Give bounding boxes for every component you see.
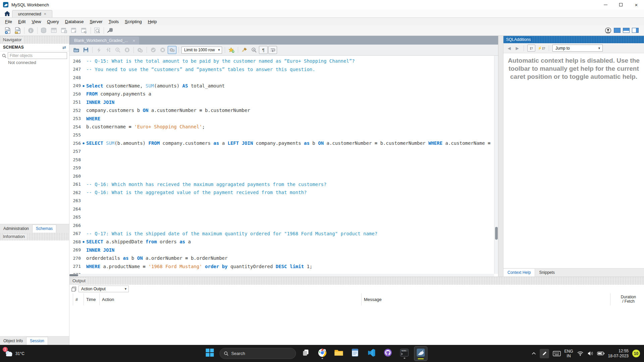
create-table-button[interactable] — [49, 26, 59, 35]
code-line-272[interactable]: 272 — [69, 270, 494, 274]
code-line-255[interactable]: 255 — [69, 131, 494, 139]
toggle-left-panel-button[interactable] — [614, 28, 621, 33]
commit-icon[interactable] — [149, 46, 158, 54]
maximize-button[interactable] — [613, 0, 629, 9]
execute-current-statement-icon[interactable] — [104, 46, 113, 54]
reconnect-dbms-button[interactable] — [105, 26, 115, 35]
menu-server[interactable]: Server — [87, 18, 105, 25]
close-editor-tab-icon[interactable]: × — [133, 38, 136, 43]
toggle-right-panel-button[interactable] — [632, 28, 639, 33]
editor-horizontal-scrollbar[interactable] — [69, 274, 494, 277]
code-line-246[interactable]: 246-- Q-15: What is the total amount to … — [69, 57, 494, 65]
create-function-button[interactable]: f() — [79, 26, 89, 35]
autocommit-toggle-icon[interactable] — [168, 46, 176, 54]
column-header-index[interactable]: # — [73, 293, 84, 305]
tab-snippets[interactable]: Snippets — [535, 269, 559, 277]
menu-file[interactable]: File — [2, 18, 15, 25]
beautify-script-icon[interactable] — [240, 46, 249, 54]
new-sql-tab-button[interactable]: SQL — [3, 26, 13, 35]
column-header-time[interactable]: Time — [84, 293, 99, 305]
home-tab-button[interactable] — [2, 9, 12, 17]
code-line-258[interactable]: 258 — [69, 156, 494, 164]
stop-on-error-toggle-icon[interactable] — [136, 46, 145, 54]
menu-tools[interactable]: Tools — [106, 18, 122, 25]
menu-database[interactable]: Database — [62, 18, 87, 25]
tab-schemas[interactable]: Schemas — [32, 225, 56, 233]
scrollbar-thumb[interactable] — [69, 274, 78, 276]
mysql-workbench-icon[interactable] — [414, 346, 427, 361]
start-button[interactable] — [203, 346, 216, 361]
tray-chevron-up-icon[interactable] — [532, 352, 536, 355]
code-line-265[interactable]: 265 — [69, 213, 494, 222]
code-line-266[interactable]: 266 — [69, 221, 494, 230]
code-line-262[interactable]: 262-- Q-16: What is the aggregated value… — [69, 188, 494, 197]
volume-icon[interactable] — [587, 351, 593, 356]
language-indicator[interactable]: ENG IN — [565, 349, 573, 358]
column-header-message[interactable]: Message — [361, 293, 610, 305]
weather-widget[interactable]: 1 31°C — [5, 350, 24, 357]
menu-help[interactable]: Help — [145, 18, 160, 25]
code-line-250[interactable]: 250FROM company.payments a — [69, 90, 494, 98]
github-desktop-icon[interactable] — [381, 346, 394, 361]
code-line-264[interactable]: 264 — [69, 205, 494, 213]
chrome-icon[interactable] — [315, 346, 329, 361]
menu-query[interactable]: Query — [44, 18, 62, 25]
execute-statement-icon[interactable] — [95, 46, 103, 54]
output-selector-dropdown[interactable]: Action Output ▼ — [78, 286, 129, 292]
code-line-271[interactable]: 271WHERE a.productName = '1968 Ford Must… — [69, 262, 494, 271]
show-invisibles-toggle-icon[interactable]: ¶ — [259, 46, 268, 54]
code-line-249[interactable]: 249●Select customerName, SUM(amounts) AS… — [69, 82, 494, 90]
code-line-268[interactable]: 268●SELECT a.shippedDate from orders as … — [69, 238, 494, 246]
close-connection-tab-icon[interactable]: × — [44, 11, 47, 16]
code-line-247[interactable]: 247-- You need to use the “customers” an… — [69, 65, 494, 74]
tab-context-help[interactable]: Context Help — [503, 269, 535, 277]
code-line-248[interactable]: 248 — [69, 73, 494, 82]
close-button[interactable]: × — [629, 0, 644, 9]
save-script-icon[interactable] — [82, 46, 90, 54]
find-panel-icon[interactable]: A — [250, 46, 258, 54]
clock-widget[interactable]: 12:55 18-07-2023 — [608, 349, 629, 359]
stop-query-icon[interactable] — [123, 46, 131, 54]
code-line-252[interactable]: 252company.customers b ON a.customerNumb… — [69, 106, 494, 115]
code-line-269[interactable]: 269INNER JOIN — [69, 246, 494, 254]
pen-icon[interactable] — [540, 349, 549, 358]
code-line-257[interactable]: 257 — [69, 147, 494, 156]
vscode-icon[interactable] — [365, 346, 378, 361]
task-view-button[interactable] — [299, 346, 312, 361]
create-view-button[interactable] — [59, 26, 69, 35]
create-procedure-button[interactable]: ? — [69, 26, 79, 35]
mysql-cli-icon[interactable]: MySQL — [397, 346, 411, 361]
open-script-icon[interactable] — [72, 46, 81, 54]
new-snippet-icon[interactable] — [227, 46, 236, 54]
scrollbar-thumb[interactable] — [495, 227, 498, 240]
toggle-automatic-help-icon[interactable]: ⚡I? — [537, 45, 545, 52]
toggle-bottom-panel-button[interactable] — [623, 28, 630, 33]
account-icon[interactable] — [605, 27, 611, 34]
code-line-260[interactable]: 260 — [69, 172, 494, 180]
output-body[interactable] — [69, 305, 644, 345]
rollback-icon[interactable] — [158, 46, 167, 54]
forward-arrow-icon[interactable]: ▶ — [514, 46, 520, 51]
panel-splitter[interactable] — [498, 36, 503, 277]
refresh-schemas-icon[interactable]: ⇄ — [62, 45, 66, 50]
editor-vertical-scrollbar[interactable] — [494, 56, 498, 274]
code-line-256[interactable]: 256●SELECT SUM(b.amounts) FROM company.c… — [69, 139, 494, 147]
open-sql-script-button[interactable]: SQL — [13, 26, 23, 35]
jump-to-dropdown[interactable]: Jump to ▼ — [552, 45, 603, 52]
notepad-icon[interactable] — [348, 346, 362, 361]
search-table-data-button[interactable] — [92, 26, 102, 35]
context-help-icon[interactable]: I? — [527, 45, 535, 52]
menu-view[interactable]: View — [29, 18, 44, 25]
touch-keyboard-icon[interactable] — [553, 351, 561, 356]
code-line-267[interactable]: 267-- Q-17: What is the shipped date of … — [69, 230, 494, 238]
file-explorer-icon[interactable] — [332, 346, 345, 361]
wrap-text-toggle-icon[interactable] — [268, 46, 277, 54]
code-line-253[interactable]: 253WHERE — [69, 115, 494, 123]
create-schema-button[interactable] — [39, 26, 49, 35]
connection-tab-unconnected[interactable]: unconnected × — [12, 10, 52, 17]
tab-object-info[interactable]: Object Info — [0, 337, 26, 345]
code-line-259[interactable]: 259 — [69, 164, 494, 172]
column-header-action[interactable]: Action — [99, 293, 361, 305]
code-line-254[interactable]: 254b.customername = 'Euro+ Shopping Chan… — [69, 123, 494, 131]
filter-objects-input[interactable] — [8, 52, 67, 59]
